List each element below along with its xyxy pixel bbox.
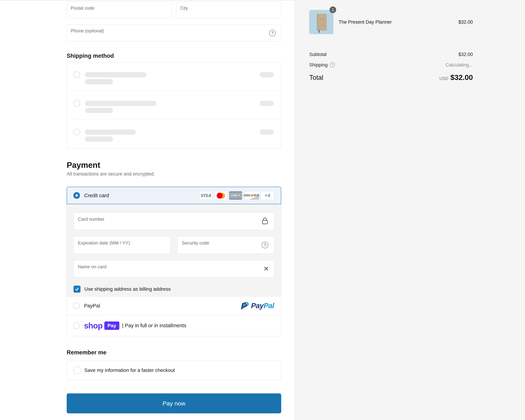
shipping-option-row[interactable] (67, 120, 281, 149)
expiration-date-field[interactable]: Expiration date (MM / YY) (74, 236, 171, 254)
card-number-field[interactable]: Card number (74, 213, 274, 230)
billing-checkbox-checked[interactable] (74, 286, 81, 293)
radio-button[interactable] (74, 71, 80, 78)
shipping-option-row[interactable] (67, 62, 281, 91)
payment-title: Payment (67, 160, 281, 170)
visa-icon: VISA (200, 191, 213, 200)
shipping-help-icon[interactable]: ? (330, 62, 335, 67)
radio-button[interactable] (74, 100, 80, 107)
checkout-form-column: Postal code City Phone (optional) ? Ship… (0, 0, 295, 420)
shipping-methods-list (67, 62, 281, 149)
shipping-value: Calculating... (446, 62, 473, 68)
remember-me-box: Save my information for a faster checkou… (67, 361, 281, 380)
security-code-field[interactable]: Security code ? (177, 236, 274, 254)
save-info-label: Save my information for a faster checkou… (84, 367, 175, 373)
card-number-label: Card number (78, 216, 104, 222)
clear-icon[interactable]: ✕ (263, 265, 269, 272)
postal-code-field[interactable]: Postal code (67, 2, 172, 19)
subtotal-row: Subtotal $32.00 (309, 51, 473, 58)
pay-now-button[interactable]: Pay now (67, 393, 281, 413)
totals-section: Subtotal $32.00 Shipping ? Calculating..… (309, 51, 473, 82)
city-field[interactable]: City (176, 2, 281, 19)
total-value: $32.00 (450, 73, 473, 82)
shop-pay-logo: shop (84, 321, 103, 330)
shipping-option-row[interactable] (67, 91, 281, 120)
phone-label: Phone (optional) (71, 28, 104, 34)
payment-subtitle: All transactions are secure and encrypte… (67, 171, 281, 177)
paypal-label: PayPal (84, 303, 100, 309)
lock-icon (262, 217, 268, 225)
currency-code: USD (440, 76, 448, 81)
skeleton-loader (85, 72, 147, 77)
total-label: Total (309, 74, 323, 81)
skeleton-loader (85, 108, 113, 113)
subtotal-label: Subtotal (309, 52, 327, 57)
skeleton-loader (85, 79, 113, 84)
check-icon (75, 287, 79, 291)
remember-me-title: Remember me (67, 349, 281, 356)
product-price: $32.00 (458, 19, 473, 25)
city-label: City (180, 5, 188, 11)
skeleton-loader (260, 130, 274, 135)
amex-icon: AMEX (229, 191, 242, 200)
total-row: Total USD $32.00 (309, 73, 473, 82)
name-on-card-label: Name on card (78, 264, 106, 270)
skeleton-loader (260, 72, 274, 77)
planner-image (317, 14, 327, 31)
order-summary-column: 1 The Present Day Planner $32.00 Subtota… (295, 0, 525, 420)
shop-pay-option[interactable]: shop Pay | Pay in full or in installment… (67, 315, 281, 336)
payment-methods: Credit card VISA AMEX DISCVER +4 (67, 187, 281, 336)
credit-card-option[interactable]: Credit card VISA AMEX DISCVER +4 (67, 187, 281, 204)
billing-address-option[interactable]: Use shipping address as billing address (74, 286, 274, 293)
product-thumbnail (309, 10, 333, 34)
security-code-label: Security code (182, 240, 209, 246)
product-name: The Present Day Planner (339, 19, 392, 25)
quantity-badge: 1 (329, 7, 336, 13)
shipping-row: Shipping ? Calculating... (309, 61, 473, 68)
phone-field[interactable]: Phone (optional) ? (67, 25, 281, 41)
accepted-cards: VISA AMEX DISCVER +4 (200, 191, 274, 200)
name-on-card-field[interactable]: Name on card ✕ (74, 260, 274, 278)
credit-card-form: Card number Expiration date (MM / YY) Se… (67, 204, 281, 297)
more-cards-badge: +4 (261, 191, 274, 200)
checkout-page: Postal code City Phone (optional) ? Ship… (0, 0, 525, 420)
shipping-label: Shipping (309, 62, 328, 68)
paypal-option[interactable]: PayPal PP PayPal (67, 297, 281, 315)
skeleton-loader (260, 101, 274, 106)
radio-button[interactable] (74, 129, 80, 135)
paypal-logo: PP PayPal (241, 301, 274, 310)
radio-button[interactable] (73, 322, 80, 329)
subtotal-value: $32.00 (458, 52, 473, 57)
expiration-date-label: Expiration date (MM / YY) (78, 240, 130, 246)
save-info-checkbox[interactable] (74, 367, 81, 374)
credit-card-label: Credit card (84, 193, 109, 198)
save-info-option[interactable]: Save my information for a faster checkou… (67, 361, 281, 380)
mastercard-icon (214, 191, 227, 200)
radio-button[interactable] (73, 302, 80, 309)
skeleton-loader (85, 101, 156, 106)
skeleton-loader (85, 137, 113, 142)
billing-checkbox-label: Use shipping address as billing address (84, 286, 171, 292)
shipping-method-title: Shipping method (67, 52, 281, 59)
skeleton-loader (85, 130, 136, 135)
product-row: 1 The Present Day Planner $32.00 (309, 10, 473, 34)
postal-code-label: Postal code (71, 5, 94, 11)
security-code-help-icon[interactable]: ? (262, 242, 268, 248)
phone-help-icon[interactable]: ? (269, 30, 276, 37)
shop-pay-badge: Pay (104, 321, 119, 330)
shop-pay-description: | Pay in full or in installments (122, 323, 186, 328)
discover-icon: DISCVER (244, 191, 259, 200)
radio-button-selected[interactable] (73, 192, 80, 199)
